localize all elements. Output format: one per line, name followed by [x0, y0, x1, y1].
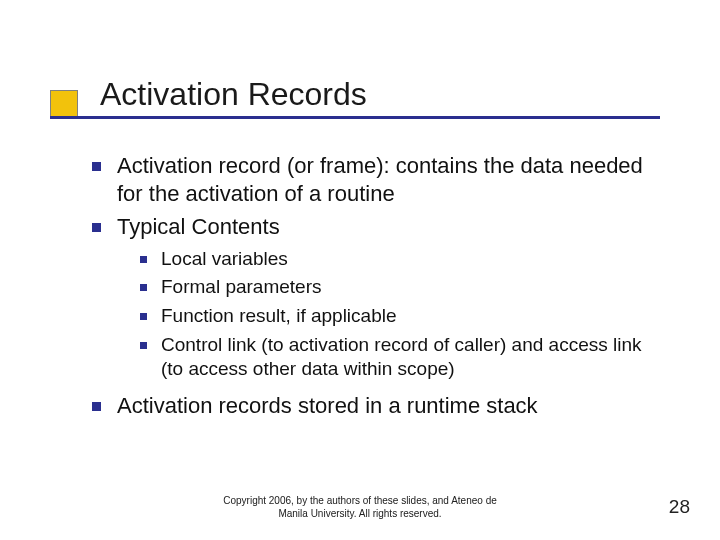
sub-bullet-text: Local variables	[161, 247, 662, 272]
square-bullet-icon	[92, 223, 101, 232]
page-number: 28	[669, 496, 690, 518]
bullet-item: Activation records stored in a runtime s…	[92, 392, 662, 420]
square-bullet-icon	[140, 256, 147, 263]
footer-copyright: Copyright 2006, by the authors of these …	[0, 495, 720, 520]
sub-bullet-item: Local variables	[140, 247, 662, 272]
slide-title: Activation Records	[100, 76, 367, 113]
square-bullet-icon	[140, 284, 147, 291]
sub-bullet-item: Control link (to activation record of ca…	[140, 333, 662, 382]
title-accent-square	[50, 90, 78, 118]
bullet-text: Typical Contents	[117, 213, 662, 241]
bullet-item: Typical Contents	[92, 213, 662, 241]
square-bullet-icon	[140, 313, 147, 320]
sub-bullet-text: Formal parameters	[161, 275, 662, 300]
square-bullet-icon	[140, 342, 147, 349]
sub-bullet-item: Function result, if applicable	[140, 304, 662, 329]
sub-bullet-list: Local variables Formal parameters Functi…	[140, 247, 662, 382]
bullet-text: Activation record (or frame): contains t…	[117, 152, 662, 207]
title-underline	[50, 116, 660, 119]
copyright-line-2: Manila University. All rights reserved.	[278, 508, 441, 519]
content-area: Activation record (or frame): contains t…	[92, 152, 662, 425]
square-bullet-icon	[92, 162, 101, 171]
sub-bullet-item: Formal parameters	[140, 275, 662, 300]
slide: Activation Records Activation record (or…	[0, 0, 720, 540]
sub-bullet-text: Control link (to activation record of ca…	[161, 333, 662, 382]
square-bullet-icon	[92, 402, 101, 411]
bullet-text: Activation records stored in a runtime s…	[117, 392, 662, 420]
sub-bullet-text: Function result, if applicable	[161, 304, 662, 329]
bullet-item: Activation record (or frame): contains t…	[92, 152, 662, 207]
copyright-line-1: Copyright 2006, by the authors of these …	[223, 495, 497, 506]
